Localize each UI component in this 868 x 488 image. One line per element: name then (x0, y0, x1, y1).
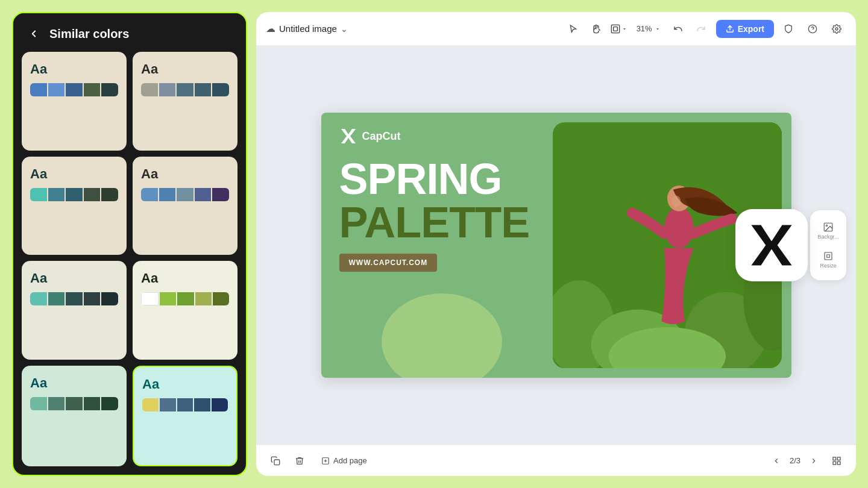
url-badge: WWW.CAPCUT.COM (339, 254, 438, 272)
design-canvas[interactable]: CapCut SPRING PALETTE WWW.CAPCUT.COM (321, 113, 791, 378)
svg-marker-19 (751, 225, 791, 265)
svg-rect-26 (833, 461, 836, 465)
right-tools-panel: Backgr... Resize (810, 210, 846, 280)
settings-button[interactable] (827, 19, 846, 39)
document-title: Untitled image (279, 23, 337, 34)
capcut-logo-icon (339, 127, 357, 145)
svg-marker-6 (341, 129, 356, 143)
color-card-1[interactable]: Aa (22, 52, 127, 151)
svg-point-5 (835, 28, 838, 30)
svg-rect-24 (833, 457, 836, 460)
grid-view-button[interactable] (827, 451, 846, 471)
palette-panel: Similar colors Aa Aa (12, 12, 247, 476)
card-7-swatches (30, 397, 118, 410)
card-3-swatches (30, 188, 118, 201)
frame-tool-button[interactable] (609, 19, 629, 39)
shield-button[interactable] (779, 19, 798, 39)
palette-text: PALETTE (339, 201, 562, 244)
canvas-area[interactable]: CapCut SPRING PALETTE WWW.CAPCUT.COM (256, 46, 856, 445)
palette-grid: Aa Aa Aa (13, 52, 246, 475)
background-tool-button[interactable]: Backgr... (815, 217, 841, 244)
svg-point-15 (671, 195, 681, 207)
bottom-bar: Add page 2/3 (256, 445, 856, 476)
canvas-left-content: CapCut SPRING PALETTE WWW.CAPCUT.COM (321, 113, 580, 378)
page-indicator: 2/3 (790, 456, 800, 465)
dropdown-icon: ⌄ (341, 24, 348, 34)
card-5-swatches (30, 292, 118, 305)
card-1-aa: Aa (30, 61, 118, 77)
svg-rect-0 (611, 25, 619, 33)
hand-tool-button[interactable] (586, 19, 606, 39)
palette-title: Similar colors (49, 27, 129, 41)
copy-button[interactable] (266, 451, 285, 471)
color-card-4[interactable]: Aa (133, 157, 237, 255)
add-page-label: Add page (333, 456, 367, 465)
svg-point-13 (664, 207, 694, 248)
next-page-button[interactable] (805, 452, 822, 469)
card-7-aa: Aa (30, 375, 118, 391)
undo-button[interactable] (668, 19, 688, 39)
svg-rect-25 (837, 457, 840, 460)
delete-button[interactable] (290, 451, 309, 471)
bottom-right: 2/3 (768, 451, 846, 471)
cloud-icon: ☁ (266, 23, 275, 34)
color-card-3[interactable]: Aa (22, 157, 127, 255)
svg-rect-27 (837, 461, 840, 465)
page-nav: 2/3 (768, 452, 822, 469)
palette-header: Similar colors (13, 13, 246, 52)
card-6-aa: Aa (141, 271, 229, 286)
editor-area: ☁ Untitled image ⌄ (256, 12, 856, 476)
svg-rect-20 (274, 460, 280, 465)
select-tool-button[interactable] (563, 19, 583, 39)
redo-button[interactable] (691, 19, 711, 39)
resize-label: Resize (820, 263, 837, 269)
help-button[interactable] (803, 19, 822, 39)
back-button[interactable] (25, 25, 42, 42)
add-page-button[interactable]: Add page (314, 452, 374, 469)
card-4-swatches (141, 188, 229, 201)
color-card-6[interactable]: Aa (133, 261, 237, 360)
color-card-5[interactable]: Aa (22, 261, 127, 360)
capcut-logo: CapCut (339, 127, 562, 145)
card-3-aa: Aa (30, 166, 118, 182)
toolbar-center: 31% (563, 19, 711, 39)
prev-page-button[interactable] (768, 452, 785, 469)
toolbar-left: ☁ Untitled image ⌄ (266, 23, 558, 34)
export-label: Export (738, 24, 764, 34)
card-5-aa: Aa (30, 271, 118, 286)
zoom-control[interactable]: 31% (632, 22, 665, 36)
card-2-swatches (141, 83, 229, 96)
toolbar-right: Export (716, 19, 846, 39)
capcut-floating-badge (735, 209, 808, 281)
file-menu[interactable]: ☁ Untitled image ⌄ (266, 23, 348, 34)
spring-text: SPRING (339, 157, 562, 201)
zoom-level: 31% (637, 24, 652, 33)
card-8-swatches (142, 398, 228, 411)
bottom-left: Add page (266, 451, 374, 471)
card-4-aa: Aa (141, 166, 229, 182)
card-6-swatches (141, 292, 229, 305)
toolbar: ☁ Untitled image ⌄ (256, 12, 856, 46)
svg-rect-18 (825, 252, 832, 260)
export-button[interactable]: Export (716, 20, 774, 38)
color-card-2[interactable]: Aa (133, 52, 237, 151)
color-card-8[interactable]: Aa (133, 366, 237, 467)
svg-rect-1 (613, 27, 617, 31)
capcut-large-icon (747, 221, 796, 269)
svg-point-17 (826, 225, 827, 226)
card-8-aa: Aa (142, 377, 228, 392)
card-2-aa: Aa (141, 61, 229, 77)
card-1-swatches (30, 83, 118, 96)
color-card-7[interactable]: Aa (22, 366, 127, 467)
capcut-logo-text: CapCut (362, 130, 401, 143)
background-label: Backgr... (817, 234, 838, 240)
resize-tool-button[interactable]: Resize (815, 246, 841, 273)
